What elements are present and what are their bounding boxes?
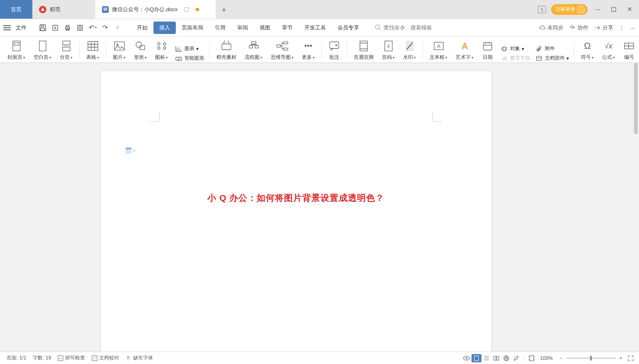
close-button[interactable]: ✕ <box>624 4 635 15</box>
symbol-button[interactable]: Ω符号▾ <box>577 39 598 62</box>
numbering-button[interactable]: 编号 <box>619 39 639 62</box>
proofread-button[interactable]: 文档校对 <box>88 354 122 362</box>
quick-access-dropdown[interactable]: ▽ <box>112 22 123 33</box>
docparts-button[interactable]: 文档部件▾ <box>535 55 569 62</box>
document-heading-text[interactable]: 小 Q 办公：如何将图片背景设置成透明色？ <box>101 192 491 204</box>
maximize-button[interactable] <box>608 4 619 15</box>
spellcheck-button[interactable]: 拼写检查 <box>54 354 88 362</box>
undo-button[interactable]: ↶▾ <box>87 22 98 33</box>
smart-graphic-icon <box>175 55 183 62</box>
header-footer-icon <box>359 40 369 52</box>
mindmap-button[interactable]: 思维导图▾ <box>267 39 298 62</box>
tab-page-layout[interactable]: 页面布局 <box>176 22 209 34</box>
margin-corner-tl <box>151 113 160 122</box>
outline-view-button[interactable] <box>481 354 491 362</box>
zoom-out-button[interactable]: − <box>556 354 566 362</box>
tab-review[interactable]: 审阅 <box>231 22 254 34</box>
equation-button[interactable]: √x公式▾ <box>598 39 619 62</box>
tab-chapter[interactable]: 章节 <box>276 22 299 34</box>
scrollbar-thumb[interactable] <box>634 63 638 134</box>
web-view-button[interactable] <box>501 354 511 362</box>
zoom-level[interactable]: 100% <box>537 355 556 361</box>
watermark-button[interactable]: 水印▾ <box>399 39 420 62</box>
page-break-button[interactable]: 分页▾ <box>56 39 77 62</box>
attachment-button[interactable]: 附件 <box>535 45 569 52</box>
page-status[interactable]: 页面: 1/1 <box>3 354 29 362</box>
dropcap-button[interactable]: A首字下沉 <box>500 55 530 62</box>
window-indicator-icon <box>184 7 189 12</box>
fullscreen-button[interactable] <box>626 354 636 362</box>
file-menu[interactable]: 文件 <box>13 24 29 31</box>
sync-status[interactable]: 未同步 <box>539 24 564 31</box>
command-search[interactable] <box>375 24 442 31</box>
document-canvas[interactable]: ▾ 小 Q 办公：如何将图片背景设置成透明色？ <box>0 63 639 352</box>
new-tab-button[interactable]: ＋ <box>216 0 232 19</box>
collaborate-button[interactable]: 协作 <box>569 24 588 31</box>
tab-insert[interactable]: 插入 <box>153 22 176 34</box>
eye-mode-button[interactable] <box>462 354 471 362</box>
chart-button[interactable]: 图表▾ <box>175 45 204 52</box>
share-icon <box>594 24 601 31</box>
avatar-icon <box>577 5 585 14</box>
word-count[interactable]: 字数: 19 <box>29 354 54 362</box>
more-icon: ••• <box>304 40 312 52</box>
blank-page-button[interactable]: 空白页▾ <box>29 39 56 62</box>
tab-count-badge[interactable]: 1 <box>538 6 546 13</box>
collapse-ribbon[interactable]: ︿ <box>630 24 636 31</box>
hamburger-icon[interactable] <box>3 25 11 30</box>
date-button[interactable]: 日期 <box>478 39 498 62</box>
tab-start[interactable]: 开始 <box>131 22 153 34</box>
search-input[interactable] <box>384 24 442 31</box>
cover-page-button[interactable]: 封面页▾ <box>3 39 29 62</box>
tab-references[interactable]: 引用 <box>209 22 231 34</box>
share-button[interactable]: 分享 <box>594 24 613 31</box>
shape-button[interactable]: 形状▾ <box>130 39 151 62</box>
print-preview-button[interactable] <box>75 22 85 33</box>
svg-rect-19 <box>114 42 124 50</box>
tab-home[interactable]: 首页 <box>0 0 32 19</box>
svg-point-23 <box>158 43 160 45</box>
tab-document[interactable]: W 微信公众号：小Q办公.docx <box>95 0 216 19</box>
svg-rect-7 <box>66 25 69 27</box>
flowchart-button[interactable]: 流程图▾ <box>241 39 267 62</box>
fit-page-button[interactable] <box>527 354 537 362</box>
object-button[interactable]: 对象▾ <box>500 45 530 52</box>
zoom-in-button[interactable]: + <box>616 354 626 362</box>
more-insert-button[interactable]: •••更多▾ <box>298 39 319 62</box>
page-number-button[interactable]: #页码▾ <box>378 39 399 62</box>
annotation-button[interactable] <box>511 354 521 362</box>
page-view-button[interactable] <box>471 354 481 362</box>
picture-button[interactable]: 图片▾ <box>109 39 130 62</box>
zoom-slider[interactable] <box>566 357 616 359</box>
save-button[interactable] <box>37 22 48 33</box>
missing-font-button[interactable]: T!缺失字体 <box>122 354 156 362</box>
login-button[interactable]: 访客登录 <box>551 4 588 15</box>
svg-rect-4 <box>41 28 45 31</box>
wordart-button[interactable]: A艺术字▾ <box>452 39 478 62</box>
table-button[interactable]: 表格▾ <box>82 39 103 62</box>
save-as-button[interactable] <box>50 22 61 33</box>
vertical-scrollbar[interactable] <box>632 63 639 352</box>
tab-docer[interactable]: 稻壳 <box>32 0 95 19</box>
icon-library-icon <box>156 40 168 52</box>
minimize-button[interactable]: — <box>593 4 603 15</box>
docparts-icon <box>535 55 543 61</box>
reading-view-button[interactable] <box>491 354 501 362</box>
omega-icon: Ω <box>584 40 590 52</box>
header-footer-button[interactable]: 页眉页脚 <box>350 39 378 62</box>
icon-button[interactable]: 图标▾ <box>151 39 172 62</box>
docer-material-button[interactable]: 稻壳素材 <box>212 39 241 62</box>
tab-developer[interactable]: 开发工具 <box>299 22 332 34</box>
redo-button[interactable]: ↷ <box>100 22 110 33</box>
paragraph-options-taglet[interactable]: ▾ <box>126 147 135 154</box>
comment-button[interactable]: 批注 <box>324 39 344 62</box>
document-page[interactable]: ▾ 小 Q 办公：如何将图片背景设置成透明色？ <box>101 71 491 352</box>
print-button[interactable] <box>62 22 73 33</box>
smart-graphic-button[interactable]: 智能图形 <box>175 55 204 62</box>
tab-member[interactable]: 会员专享 <box>332 22 365 34</box>
cover-page-icon <box>11 40 22 52</box>
more-menu[interactable]: ⋮ <box>619 24 624 31</box>
textbox-button[interactable]: A文本框▾ <box>425 39 452 62</box>
zoom-slider-handle[interactable] <box>590 356 592 361</box>
tab-view[interactable]: 视图 <box>254 22 276 34</box>
